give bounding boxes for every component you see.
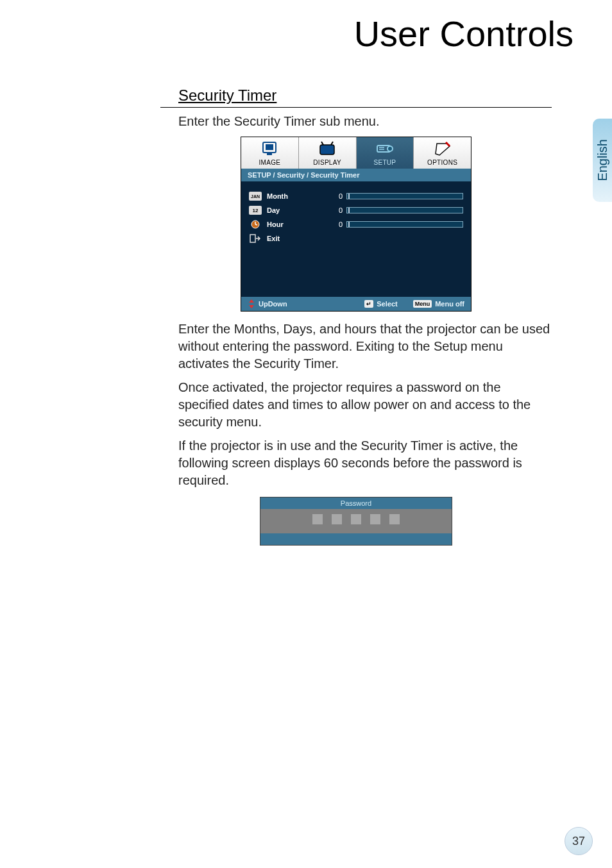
footer-menuoff: Menu Menu off	[413, 300, 464, 308]
paragraph-3: If the projector is in use and the Secur…	[178, 437, 552, 489]
osd-body: JAN Month 0 12 Day 0 Hour 0 Exit	[241, 181, 471, 297]
osd-footer: UpDown ↵ Select Menu Menu off	[241, 297, 471, 311]
subheading-rule: Security Timer	[160, 87, 552, 108]
page-title: User Controls	[354, 13, 574, 54]
password-entry-row	[260, 509, 452, 533]
clock-icon	[249, 220, 262, 229]
tab-setup-label: SETUP	[373, 159, 396, 166]
svg-line-4	[321, 142, 323, 145]
content-area: Security Timer Enter the Security Timer …	[160, 87, 552, 553]
monitor-icon	[260, 141, 279, 156]
language-label: English	[595, 139, 610, 181]
svg-text:12: 12	[253, 208, 259, 213]
osd-tab-bar: IMAGE DISPLAY SETUP OPTIONS	[241, 137, 471, 169]
row-hour-value: 0	[325, 221, 343, 228]
tab-options-label: OPTIONS	[427, 159, 457, 166]
password-title: Password	[260, 497, 452, 509]
row-exit-label: Exit	[267, 235, 325, 242]
row-month-value: 0	[325, 192, 343, 200]
row-hour-label: Hour	[267, 221, 325, 228]
row-month-slider[interactable]	[346, 193, 463, 199]
password-cell[interactable]	[389, 514, 400, 524]
osd-breadcrumb: SETUP / Security / Security Timer	[241, 169, 471, 181]
calendar-month-icon: JAN	[249, 192, 262, 201]
row-hour[interactable]: Hour 0	[249, 219, 463, 230]
password-cell[interactable]	[312, 514, 323, 524]
footer-select: ↵ Select	[364, 300, 397, 308]
tab-setup[interactable]: SETUP	[357, 137, 414, 169]
projector-icon	[375, 141, 395, 156]
osd-menu: IMAGE DISPLAY SETUP OPTIONS SETUP / Secu…	[241, 137, 472, 312]
tab-display-label: DISPLAY	[313, 159, 341, 166]
tab-display[interactable]: DISPLAY	[299, 137, 357, 169]
row-exit[interactable]: Exit	[249, 233, 463, 244]
tab-image[interactable]: IMAGE	[241, 137, 299, 169]
row-day-slider[interactable]	[346, 207, 463, 213]
svg-point-7	[387, 146, 393, 151]
row-day-value: 0	[325, 206, 343, 214]
footer-updown: UpDown	[248, 299, 287, 308]
svg-rect-17	[250, 235, 255, 242]
exit-icon	[249, 234, 262, 243]
language-tab: English	[593, 119, 612, 202]
intro-text: Enter the Security Timer sub menu.	[178, 113, 552, 130]
row-hour-slider[interactable]	[346, 221, 463, 228]
password-cell[interactable]	[332, 514, 342, 524]
row-month[interactable]: JAN Month 0	[249, 190, 463, 202]
paragraph-2: Once activated, the projector requires a…	[178, 379, 552, 431]
paragraph-1: Enter the Months, Days, and hours that t…	[178, 321, 552, 372]
subheading: Security Timer	[178, 87, 552, 104]
notepad-icon	[433, 141, 452, 156]
row-month-label: Month	[267, 192, 325, 200]
updown-arrows-icon	[248, 299, 255, 308]
tv-icon	[318, 141, 337, 156]
row-day[interactable]: 12 Day 0	[249, 204, 463, 216]
svg-rect-2	[267, 153, 272, 155]
page-number: 37	[565, 827, 593, 855]
svg-line-5	[331, 142, 333, 145]
svg-text:JAN: JAN	[251, 194, 260, 199]
password-panel: Password	[260, 497, 452, 546]
svg-rect-1	[266, 144, 273, 150]
calendar-day-icon: 12	[249, 206, 262, 215]
svg-rect-3	[320, 145, 334, 154]
tab-options[interactable]: OPTIONS	[414, 137, 471, 169]
enter-key-icon: ↵	[364, 300, 373, 308]
password-cell[interactable]	[370, 514, 380, 524]
row-day-label: Day	[267, 206, 325, 214]
menu-key-icon: Menu	[413, 300, 432, 308]
password-cell[interactable]	[351, 514, 361, 524]
svg-line-16	[255, 224, 257, 225]
tab-image-label: IMAGE	[259, 159, 281, 166]
password-footer	[260, 533, 452, 545]
